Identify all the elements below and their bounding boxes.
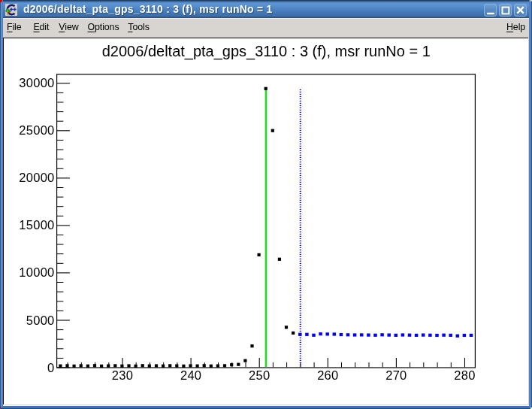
svg-text:25000: 25000 — [19, 123, 54, 137]
svg-text:270: 270 — [385, 368, 407, 382]
svg-text:15000: 15000 — [19, 218, 54, 232]
svg-text:10000: 10000 — [19, 265, 54, 279]
svg-text:240: 240 — [180, 368, 201, 382]
svg-text:5000: 5000 — [26, 314, 55, 327]
svg-text:20000: 20000 — [19, 171, 54, 184]
svg-text:280: 280 — [454, 368, 475, 382]
svg-text:230: 230 — [112, 368, 133, 382]
svg-text:30000: 30000 — [19, 76, 54, 89]
svg-text:0: 0 — [47, 361, 54, 374]
svg-text:250: 250 — [249, 368, 270, 382]
svg-text:d2006/deltat_pta_gps_3110 : 3: d2006/deltat_pta_gps_3110 : 3 (f), msr r… — [102, 43, 431, 60]
svg-text:260: 260 — [317, 368, 338, 382]
